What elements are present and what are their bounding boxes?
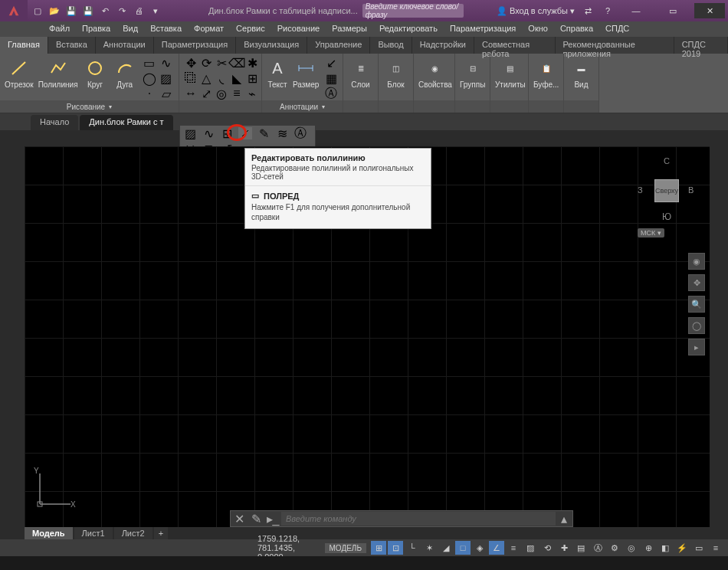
groups-button[interactable]: ⊟Группы [460, 56, 485, 89]
quick-props-icon[interactable]: ▤ [573, 541, 589, 555]
tab-layout-1[interactable]: Лист1 [74, 527, 113, 539]
erase-icon[interactable]: ⌫ [230, 56, 244, 70]
viewcube-south[interactable]: Ю [662, 211, 671, 222]
add-layout-button[interactable]: + [154, 527, 168, 539]
menu-spds[interactable]: СПДС [599, 21, 635, 37]
utilities-button[interactable]: ▤Утилиты [495, 56, 526, 89]
menu-help[interactable]: Справка [554, 21, 599, 37]
polar-toggle-icon[interactable]: ✶ [421, 541, 437, 555]
otrack-icon[interactable]: ∠ [489, 541, 504, 555]
rect-icon[interactable]: ▭ [142, 56, 157, 70]
ucs-icon[interactable]: Y X [32, 466, 78, 512]
trim-icon[interactable]: ✂ [215, 56, 228, 70]
menu-draw[interactable]: Рисование [271, 21, 326, 37]
tab-manage[interactable]: Управление [307, 37, 370, 54]
hardware-accel-icon[interactable]: ⚡ [674, 541, 690, 555]
nav-showmotion-icon[interactable]: ▸ [688, 339, 705, 355]
menu-format[interactable]: Формат [188, 21, 230, 37]
viewcube-csys[interactable]: МСК ▾ [638, 228, 664, 238]
new-icon[interactable]: ▢ [31, 4, 44, 18]
edit-text-icon[interactable]: Ⓐ [293, 127, 307, 139]
menu-edit[interactable]: Правка [76, 21, 116, 37]
explode-icon[interactable]: ✱ [245, 56, 259, 70]
layers-button[interactable]: ≣Слои [348, 56, 373, 89]
hatch-icon[interactable]: ▨ [159, 71, 174, 85]
edit-spline-icon[interactable]: ∿ [202, 127, 215, 139]
viewcube-east[interactable]: В [688, 185, 694, 195]
edit-mline-icon[interactable]: ≋ [275, 127, 289, 139]
menu-view[interactable]: Вид [116, 21, 144, 37]
isodraft-icon[interactable]: ◢ [438, 541, 454, 555]
annotation-monitor-icon[interactable]: ◎ [624, 541, 639, 555]
print-icon[interactable]: 🖨 [132, 4, 146, 18]
3dosnap-icon[interactable]: ◈ [472, 541, 487, 555]
dimension-button[interactable]: Размер [293, 56, 319, 89]
tab-output[interactable]: Вывод [370, 37, 412, 54]
tab-annotate[interactable]: Аннотации [96, 37, 154, 54]
nav-orbit-icon[interactable]: ◯ [688, 317, 705, 334]
tab-insert[interactable]: Вставка [48, 37, 96, 54]
clipboard-button[interactable]: 📋Буфе... [533, 56, 559, 89]
ellipse-icon[interactable]: ◯ [142, 71, 157, 85]
menu-window[interactable]: Окно [522, 21, 554, 37]
cmd-close-icon[interactable]: ✕ [231, 512, 248, 526]
properties-button[interactable]: ◉Свойства [418, 56, 452, 89]
snap-toggle-icon[interactable]: ⊡ [388, 541, 403, 555]
region-icon[interactable]: ▱ [159, 87, 174, 100]
help-icon[interactable]: ? [601, 4, 615, 18]
menu-dimension[interactable]: Размеры [326, 21, 373, 37]
menu-file[interactable]: Файл [43, 21, 76, 37]
panel-draw-title[interactable]: Рисование [0, 100, 179, 113]
tab-parametric[interactable]: Параметризация [154, 37, 236, 54]
block-button[interactable]: ◫Блок [383, 56, 408, 89]
close-button[interactable]: ✕ [694, 3, 725, 18]
circle-button[interactable]: Круг [83, 56, 108, 89]
offset-icon[interactable]: ◎ [215, 87, 228, 100]
copy-icon[interactable]: ⿻ [184, 71, 198, 85]
mirror-icon[interactable]: △ [199, 71, 213, 85]
isolate-icon[interactable]: ◧ [657, 541, 673, 555]
break-icon[interactable]: ⌁ [245, 87, 259, 100]
edit-attrib-icon[interactable]: ✎ [257, 127, 271, 139]
clean-screen-icon[interactable]: ▭ [691, 541, 707, 555]
tab-addins[interactable]: Надстройки [412, 37, 474, 54]
tab-visualize[interactable]: Визуализация [236, 37, 307, 54]
tab-featured[interactable]: Рекомендованные приложения [556, 37, 674, 54]
line-button[interactable]: Отрезок [5, 56, 34, 89]
scale-icon[interactable]: ⤢ [199, 87, 213, 100]
annotation-scale-icon[interactable]: Ⓐ [590, 541, 605, 555]
menu-insert[interactable]: Вставка [144, 21, 188, 37]
polyline-button[interactable]: Полилиния [38, 56, 78, 89]
tab-start[interactable]: Начало [31, 115, 78, 130]
cmd-customize-icon[interactable]: ✎ [248, 512, 264, 526]
tab-model[interactable]: Модель [25, 527, 73, 539]
chamfer-icon[interactable]: ◣ [230, 71, 244, 85]
minimize-button[interactable]: ― [621, 3, 651, 18]
stretch-icon[interactable]: ↔ [184, 87, 198, 100]
align-icon[interactable]: ≡ [230, 87, 244, 100]
nav-pan-icon[interactable]: ✥ [688, 274, 705, 291]
dropdown-icon[interactable]: ▾ [149, 4, 162, 18]
selection-cycling-icon[interactable]: ⟲ [539, 541, 555, 555]
tab-layout-2[interactable]: Лист2 [114, 527, 152, 539]
leader-icon[interactable]: ↙ [323, 56, 339, 70]
redo-icon[interactable]: ↷ [115, 4, 129, 18]
dynamic-input-icon[interactable]: ✚ [556, 541, 572, 555]
viewcube-north[interactable]: С [664, 156, 670, 165]
exchange-icon[interactable]: ⇄ [581, 4, 595, 18]
transparency-icon[interactable]: ▨ [523, 541, 538, 555]
nav-zoom-icon[interactable]: 🔍 [688, 296, 705, 313]
text-button[interactable]: A Текст [267, 56, 288, 89]
array-icon[interactable]: ⊞ [245, 71, 259, 85]
saveas-icon[interactable]: 💾 [81, 4, 95, 18]
tab-document[interactable]: Дин.блок Рамки с т [80, 115, 172, 130]
move-icon[interactable]: ✥ [184, 56, 198, 70]
table-icon[interactable]: ▦ [323, 71, 339, 85]
command-line[interactable]: ✕ ✎ ▸_ ▴ [230, 510, 573, 527]
sign-in-button[interactable]: 👤 Вход в службы ▾ [497, 6, 575, 16]
model-space-button[interactable]: МОДЕЛЬ [325, 543, 366, 553]
help-search[interactable]: Введите ключевое слово/фразу [362, 4, 464, 18]
rotate-icon[interactable]: ⟳ [199, 56, 213, 70]
view-button[interactable]: ▬Вид [569, 56, 594, 89]
menu-parametric[interactable]: Параметризация [444, 21, 522, 37]
